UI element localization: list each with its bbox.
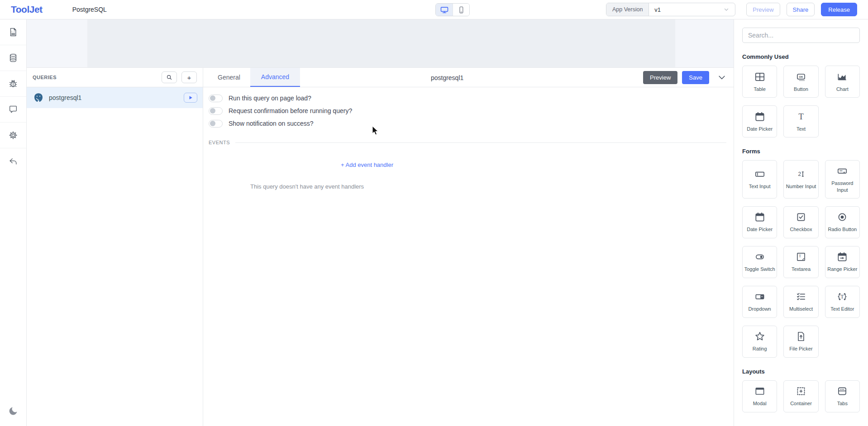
toggle-row: Run this query on page load? [209,92,726,104]
app-version-select[interactable]: v1 [649,3,735,16]
widget-card-chart[interactable]: Chart [825,66,860,98]
file-upload-icon [795,331,807,342]
left-navigation-bar: (;) [0,19,27,426]
app-header: ToolJet PostgreSQL App Version v1 [0,0,868,19]
section-title-layouts: Layouts [742,368,860,375]
layouts-grid: Modal Container Tabs [742,380,860,412]
confirm-before-run-toggle[interactable] [209,107,223,115]
divider [235,142,726,143]
widget-card-multiselect[interactable]: Multiselect [783,286,818,318]
svg-text:T: T [798,112,803,121]
widget-card-range-picker[interactable]: Range Picker [825,246,860,278]
number-input-icon: 2 [795,168,807,180]
widget-card-checkbox[interactable]: Checkbox [783,206,818,238]
collapse-panel-chevron-icon[interactable] [717,73,726,82]
widget-card-table[interactable]: Table [742,66,777,98]
gear-icon [8,130,18,140]
date-picker-icon [754,111,766,123]
dark-mode-toggle[interactable] [0,401,26,421]
text-widget-icon: T [795,111,807,123]
nav-back-button[interactable] [0,148,26,174]
widget-card-modal[interactable]: Modal [742,380,777,412]
widget-card-file-picker[interactable]: File Picker [783,326,818,358]
postgresql-icon [33,92,44,103]
query-preview-button[interactable]: Preview [643,71,677,84]
toggle-label: Request confirmation before running quer… [229,107,352,114]
widget-card-password-input[interactable]: ** Password Input [825,160,860,199]
widget-search-input[interactable] [742,28,860,43]
range-picker-icon [836,251,848,263]
star-icon [754,331,766,342]
add-event-handler-link[interactable]: + Add event handler [341,161,393,168]
svg-text:T: T [841,294,844,300]
play-icon [188,95,193,100]
share-button[interactable]: Share [787,3,815,16]
run-query-button[interactable] [184,93,197,103]
queries-sidebar: QUERIES + [27,68,203,426]
bug-icon [8,79,18,89]
moon-icon [8,406,19,417]
widget-card-text-editor[interactable]: T Text Editor [825,286,860,318]
widget-card-textarea[interactable]: T Textarea [783,246,818,278]
toggle-row: Show notification on success? [209,117,726,130]
nav-comments-button[interactable] [0,97,26,123]
checkbox-icon [795,211,807,223]
query-editor: General Advanced postgresql1 Preview Sav… [203,68,734,426]
nav-settings-button[interactable] [0,123,26,148]
date-picker-icon [754,211,766,223]
desktop-icon [440,5,449,14]
nav-datasources-button[interactable] [0,45,26,71]
tab-advanced[interactable]: Advanced [250,68,300,87]
toggle-row: Request confirmation before running quer… [209,104,726,117]
queries-header: QUERIES + [27,68,203,87]
add-query-button[interactable]: + [181,71,197,83]
widget-card-container[interactable]: Container [783,380,818,412]
events-section-header: EVENTS [209,140,726,145]
events-empty-message: This query doesn't have any event handle… [250,183,726,190]
search-icon [166,74,172,80]
notify-on-success-toggle[interactable] [209,120,223,128]
password-input-icon: ** [836,165,848,177]
desktop-layout-button[interactable] [436,4,453,16]
svg-text:2: 2 [798,171,801,178]
nav-code-inspector-button[interactable]: (;) [0,19,26,45]
widget-card-date-picker-form[interactable]: Date Picker [742,206,777,238]
container-icon [795,385,807,397]
query-editor-header: General Advanced postgresql1 Preview Sav… [203,68,734,87]
tooljet-logo[interactable]: ToolJet [11,4,43,15]
query-editor-title: postgresql1 [431,68,463,87]
widget-card-tabs[interactable]: Tabs [825,380,860,412]
run-on-page-load-toggle[interactable] [209,95,223,102]
widget-card-toggle-switch[interactable]: Toggle Switch [742,246,777,278]
mobile-layout-button[interactable] [453,4,469,16]
query-panel: QUERIES + [27,67,734,426]
preview-app-button[interactable]: Preview [746,3,780,16]
app-title: PostgreSQL [72,6,107,13]
textarea-icon: T [795,251,807,263]
widget-card-text-input[interactable]: Text Input [742,160,777,199]
section-title-commonly-used: Commonly Used [742,53,860,60]
widget-card-button[interactable]: OK Button [783,66,818,98]
app-version-control: App Version v1 [606,3,735,16]
query-save-button[interactable]: Save [682,71,709,84]
query-list-item[interactable]: postgresql1 [27,87,203,108]
widget-card-date-picker[interactable]: Date Picker [742,105,777,137]
widget-card-rating[interactable]: Rating [742,326,777,358]
nav-debugger-button[interactable] [0,71,26,97]
button-widget-icon: OK [795,71,807,83]
widget-card-number-input[interactable]: 2 Number Input [783,160,818,199]
device-layout-toggle [435,3,470,16]
plus-icon: + [187,74,191,81]
widget-card-dropdown[interactable]: Dropdown [742,286,777,318]
release-button[interactable]: Release [821,3,857,16]
undo-arrow-icon [8,156,18,166]
widget-card-text[interactable]: T Text [783,105,818,137]
app-canvas[interactable] [87,19,675,67]
section-title-forms: Forms [742,148,860,155]
tabs-icon [836,385,848,397]
query-search-button[interactable] [162,71,177,83]
advanced-tab-content: Run this query on page load? Request con… [203,87,734,190]
widget-card-radio-button[interactable]: Radio Button [825,206,860,238]
queries-title: QUERIES [33,75,57,80]
tab-general[interactable]: General [208,68,250,87]
